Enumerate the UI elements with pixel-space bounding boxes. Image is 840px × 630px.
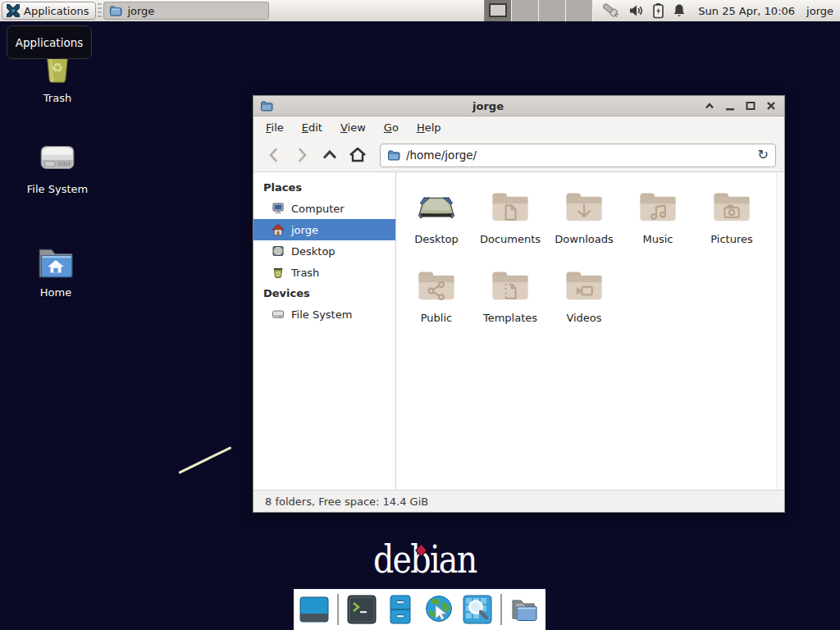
up-button[interactable] [317,143,342,167]
computer-icon [272,202,285,215]
desktop-folder-icon [415,182,458,231]
downloads-folder-icon [563,182,605,231]
file-view[interactable]: Desktop Documents [396,172,784,490]
home-folder-icon [35,244,76,281]
minimize-button[interactable] [724,99,737,112]
file-item-label: Templates [483,312,537,324]
applications-menu-button[interactable]: Applications [2,2,96,20]
debian-logo: debian [373,541,476,578]
sidebar: Places Computer [253,172,396,490]
desktop-icon-filesystem[interactable]: File System [15,139,100,195]
file-item-public[interactable]: Public [399,261,473,340]
menu-file[interactable]: File [266,121,284,134]
address-bar[interactable]: /home/jorge/ ↻ [380,144,776,167]
file-item-pictures[interactable]: Pictures [695,182,769,261]
status-text: 8 folders, Free space: 14.4 GiB [265,495,428,508]
file-item-label: Downloads [555,233,613,245]
file-item-label: Music [643,233,673,245]
menu-go[interactable]: Go [384,121,399,134]
battery-icon[interactable] [652,2,664,19]
forward-button[interactable] [290,143,314,167]
folder-icon [109,4,122,17]
home-button[interactable] [345,143,370,167]
show-desktop-button[interactable] [299,594,330,625]
debian-logo-text: debian [373,537,476,582]
documents-folder-icon [489,182,532,231]
sidebar-item-trash[interactable]: Trash [253,262,395,283]
sidebar-item-home-jorge[interactable]: jorge [253,219,395,240]
taskbar-window-button[interactable]: jorge [103,2,269,20]
workspace-3[interactable] [539,0,566,21]
file-item-documents[interactable]: Documents [473,182,547,261]
menu-view[interactable]: View [340,121,366,134]
desktop-icon-label: Home [40,286,71,299]
vertical-scrollbar[interactable] [776,172,784,490]
dock-separator [337,594,339,625]
bottom-dock [294,589,546,630]
pictures-folder-icon [710,182,753,231]
applications-menu-label: Applications [24,5,89,17]
videos-folder-icon [563,261,605,310]
status-bar: 8 folders, Free space: 14.4 GiB [253,490,784,512]
file-item-label: Videos [566,312,601,324]
notifications-bell-icon[interactable] [672,2,687,19]
desktop-icon [272,244,285,258]
sidebar-item-label: jorge [291,224,318,236]
sidebar-item-desktop[interactable]: Desktop [253,240,395,262]
panel-handle[interactable] [98,3,102,18]
top-panel: Applications jorge [0,0,840,21]
svg-text:♻: ♻ [52,61,63,75]
back-button[interactable] [262,143,286,167]
menu-edit[interactable]: Edit [302,121,322,134]
address-path[interactable]: /home/jorge/ [406,148,752,162]
folder-icon [387,148,400,162]
file-item-label: Pictures [710,233,752,245]
app-finder-launcher[interactable] [462,594,493,625]
file-manager-launcher[interactable] [385,594,416,625]
file-item-label: Desktop [414,233,459,245]
public-folder-icon [415,261,458,310]
workspace-window-preview [489,3,507,17]
workspace-switcher [484,0,593,21]
menu-help[interactable]: Help [417,121,441,134]
session-menu[interactable]: jorge [806,5,833,17]
home-icon [272,223,285,236]
close-button[interactable] [765,99,778,112]
maximize-button[interactable] [744,99,757,112]
desktop-icon-home[interactable]: Home [13,244,98,299]
file-item-music[interactable]: Music [621,182,695,261]
file-item-downloads[interactable]: Downloads [547,182,621,261]
window-icon [260,99,273,112]
sidebar-header-devices: Devices [253,283,395,304]
reload-icon[interactable]: ↻ [758,148,769,162]
file-item-templates[interactable]: Templates [473,261,547,340]
dock-separator [500,594,502,625]
sidebar-item-label: Computer [291,203,345,215]
music-folder-icon [637,182,679,231]
window-titlebar[interactable]: jorge [253,96,784,116]
volume-icon[interactable] [628,3,645,18]
applications-tooltip: Applications [7,25,92,59]
desktop-icon-label: File System [27,183,88,195]
toolbar: /home/jorge/ ↻ [253,139,784,172]
window-title: jorge [273,100,703,112]
shade-button[interactable] [703,99,716,112]
file-item-desktop[interactable]: Desktop [399,182,473,261]
hard-drive-icon [37,139,78,177]
sidebar-item-label: File System [291,308,352,321]
workspace-2[interactable] [512,0,539,21]
file-item-videos[interactable]: Videos [547,261,621,340]
directory-menu-launcher[interactable] [509,594,541,625]
workspace-4[interactable] [566,0,593,21]
sidebar-header-places: Places [253,177,395,198]
sidebar-item-file-system[interactable]: File System [253,304,395,325]
network-cable-icon[interactable] [601,2,621,19]
terminal-launcher[interactable] [346,594,377,625]
desktop: Applications jorge [0,0,840,630]
menu-bar: File Edit View Go Help [253,116,784,139]
templates-folder-icon [489,261,532,310]
web-browser-launcher[interactable] [423,594,454,625]
panel-clock[interactable]: Sun 25 Apr, 10:06 [698,5,795,17]
sidebar-item-computer[interactable]: Computer [253,198,395,219]
workspace-1[interactable] [485,0,512,21]
